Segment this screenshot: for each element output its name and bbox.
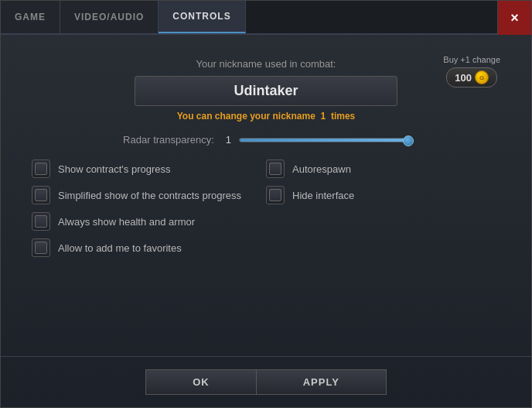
tab-video-audio[interactable]: VIDEO/AUDIO [60,1,159,33]
checkbox-hide-interface-box[interactable] [266,186,285,204]
footer: OK APPLY [1,356,531,407]
slider-fill [240,139,408,142]
checkbox-simplified-show-box[interactable] [32,186,50,204]
checkbox-simplified-show[interactable]: Simplified show of the contracts progres… [32,186,266,204]
radar-slider[interactable] [239,138,409,142]
main-content: Your nickname used in combat: You can ch… [1,35,531,356]
checkboxes-col-left: Show contract's progress Simplified show… [32,159,266,257]
checkbox-autorespawn-label: Autorespawn [292,163,351,175]
checkbox-always-health-box[interactable] [32,212,50,231]
checkboxes-section: Show contract's progress Simplified show… [32,159,500,257]
slider-thumb[interactable] [403,135,414,146]
tab-controls[interactable]: CONTROLS [159,1,245,33]
checkbox-autorespawn-box[interactable] [266,159,285,178]
checkbox-show-contracts-label: Show contract's progress [58,163,171,175]
checkbox-always-health[interactable]: Always show health and armor [32,212,266,231]
checkbox-hide-interface[interactable]: Hide interface [266,186,500,204]
checkbox-always-health-label: Always show health and armor [58,216,195,228]
settings-window: GAME VIDEO/AUDIO CONTROLS × Your nicknam… [0,0,532,408]
radar-label: Radar transparency: [123,134,214,146]
nickname-wrapper: Your nickname used in combat: You can ch… [135,58,397,122]
checkbox-allow-favorites-box[interactable] [32,238,50,257]
checkbox-show-contracts[interactable]: Show contract's progress [32,159,266,178]
radar-row: Radar transparency: 1 [32,134,500,146]
coin-icon: G [475,70,489,84]
ok-button[interactable]: OK [145,369,256,395]
checkbox-simplified-show-label: Simplified show of the contracts progres… [58,190,241,201]
nickname-input[interactable] [135,76,397,106]
tab-game[interactable]: GAME [1,1,60,33]
nickname-label: Your nickname used in combat: [135,58,397,70]
nickname-hint: You can change your nickname 1 times [135,111,397,122]
checkbox-allow-favorites-label: Allow to add me to favorites [58,242,182,254]
radar-value: 1 [222,134,231,146]
buy-price: 100 [455,72,472,84]
checkbox-allow-favorites[interactable]: Allow to add me to favorites [32,238,266,257]
nickname-count: 1 [321,111,326,122]
nickname-row: Your nickname used in combat: You can ch… [32,58,500,122]
buy-change-label: Buy +1 change [443,55,500,64]
buy-change-section: Buy +1 change 100 G [443,55,500,87]
checkbox-show-contracts-box[interactable] [32,159,50,178]
checkbox-hide-interface-label: Hide interface [292,190,354,201]
checkbox-autorespawn[interactable]: Autorespawn [266,159,500,178]
nickname-section: Your nickname used in combat: You can ch… [32,58,500,122]
checkboxes-col-right: Autorespawn Hide interface [266,159,500,257]
title-bar: GAME VIDEO/AUDIO CONTROLS × [1,1,531,35]
apply-button[interactable]: APPLY [256,369,387,395]
buy-change-button[interactable]: 100 G [446,67,497,87]
close-button[interactable]: × [497,1,531,35]
